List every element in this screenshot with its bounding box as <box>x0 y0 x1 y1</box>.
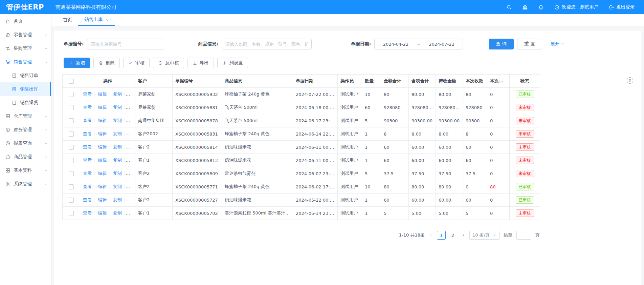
date-range-picker[interactable]: 2024-04-22 ~ 2024-07-22 <box>374 39 463 49</box>
page-size-select[interactable]: 10 条/页 <box>469 231 499 240</box>
view-link[interactable]: 查看 <box>83 118 92 123</box>
page-number-1[interactable]: 1 <box>437 231 446 240</box>
sidebar-item-sales-return[interactable]: 销售退货 <box>0 96 51 109</box>
tax-total-cell: 80.00 <box>409 180 436 194</box>
sidebar-item-sales[interactable]: 销售管理 <box>0 55 51 69</box>
bell-icon[interactable] <box>538 4 544 10</box>
view-link[interactable]: 查看 <box>83 158 92 163</box>
logout-button[interactable]: 退出登录 <box>608 4 635 10</box>
row-checkbox[interactable] <box>69 158 74 163</box>
copy-link[interactable]: 复制 <box>113 158 122 163</box>
view-link[interactable]: 查看 <box>83 91 92 97</box>
row-checkbox[interactable] <box>69 145 74 150</box>
add-button[interactable]: 新增 <box>64 58 90 68</box>
delete-button[interactable]: 删除 <box>93 58 120 68</box>
edit-link[interactable]: 编辑 <box>98 105 107 110</box>
sidebar-item-retail[interactable]: 零售管理 <box>0 28 51 42</box>
row-actions: 查看|编辑|复制|删除 <box>80 127 135 141</box>
column-settings-button[interactable]: 列设置 <box>217 58 248 68</box>
receivable-cell: 60.00 <box>436 194 463 207</box>
amount-cell: 60 <box>381 194 409 207</box>
sidebar-item-system[interactable]: 系统管理 <box>0 177 51 191</box>
select-all-checkbox[interactable] <box>69 79 74 84</box>
view-link[interactable]: 查看 <box>83 171 92 176</box>
edit-link[interactable]: 编辑 <box>98 144 107 149</box>
copy-link[interactable]: 复制 <box>113 171 122 176</box>
copy-link[interactable]: 复制 <box>113 105 122 110</box>
close-icon[interactable] <box>105 18 109 22</box>
sidebar-item-purchase[interactable]: 采购管理 <box>0 42 51 55</box>
view-link[interactable]: 查看 <box>83 144 92 149</box>
view-link[interactable]: 查看 <box>83 210 92 216</box>
date-cell: 2024-06-14 22:24:51 <box>293 127 338 141</box>
copy-link[interactable]: 复制 <box>113 184 122 189</box>
sidebar-item-finance[interactable]: 财务管理 <box>0 123 51 137</box>
edit-link[interactable]: 编辑 <box>98 131 107 136</box>
view-link[interactable]: 查看 <box>83 105 92 110</box>
mall-icon[interactable] <box>522 4 528 10</box>
row-checkbox[interactable] <box>69 198 74 203</box>
owed-cell: 0 <box>487 101 510 114</box>
tab-home[interactable]: 首页 <box>57 14 78 26</box>
search-icon[interactable] <box>506 4 512 10</box>
expand-link[interactable]: 展开 <box>550 41 564 47</box>
doc-no-input[interactable] <box>87 39 164 49</box>
sidebar-item-sales-order[interactable]: 销售订单 <box>0 69 51 82</box>
view-link[interactable]: 查看 <box>83 197 92 202</box>
action-separator: | <box>124 210 126 216</box>
edit-link[interactable]: 编辑 <box>98 171 107 176</box>
product-info-input[interactable] <box>222 39 312 49</box>
help-icon[interactable]: ? <box>627 77 633 84</box>
copy-link[interactable]: 复制 <box>113 131 122 136</box>
select-all-cell <box>63 75 80 88</box>
action-separator: | <box>124 131 126 136</box>
next-page-icon[interactable] <box>461 233 465 237</box>
row-checkbox[interactable] <box>69 105 74 110</box>
audit-button[interactable]: 审核 <box>123 58 150 68</box>
prev-page-icon[interactable] <box>429 233 433 237</box>
edit-link[interactable]: 编辑 <box>98 118 107 123</box>
row-checkbox[interactable] <box>69 184 74 189</box>
status-badge: 未审核 <box>516 170 534 177</box>
export-button[interactable]: 导出 <box>187 58 214 68</box>
row-checkbox[interactable] <box>69 171 74 176</box>
received-cell: 90300 <box>463 114 487 127</box>
copy-link[interactable]: 复制 <box>113 144 122 149</box>
edit-link[interactable]: 编辑 <box>98 158 107 163</box>
copy-link[interactable]: 复制 <box>113 210 122 216</box>
copy-link[interactable]: 复制 <box>113 197 122 202</box>
page-number-2[interactable]: 2 <box>448 231 457 240</box>
copy-link[interactable]: 复制 <box>113 91 122 97</box>
date-from[interactable]: 2024-04-22 <box>383 42 409 47</box>
unaudit-button[interactable]: 反审核 <box>153 58 184 68</box>
action-separator: | <box>109 184 110 189</box>
receivable-cell: 5.00 <box>436 207 463 220</box>
qty-cell: 1 <box>362 141 381 154</box>
search-button[interactable]: 查询 <box>489 39 514 49</box>
date-to[interactable]: 2024-07-22 <box>429 42 454 47</box>
sidebar-item-report[interactable]: 报表查询 <box>0 137 51 150</box>
row-checkbox[interactable] <box>69 118 74 123</box>
sidebar-item-warehouse[interactable]: 仓库管理 <box>0 109 51 123</box>
jump-page-input[interactable] <box>516 231 531 240</box>
copy-link[interactable]: 复制 <box>113 118 122 123</box>
edit-link[interactable]: 编辑 <box>98 184 107 189</box>
tab-sales-outbound[interactable]: 销售出库 <box>78 14 115 26</box>
tax-total-cell: 5.00 <box>409 207 436 220</box>
edit-link[interactable]: 编辑 <box>98 210 107 216</box>
view-link[interactable]: 查看 <box>83 131 92 136</box>
reset-button[interactable]: 重置 <box>517 39 542 49</box>
sidebar-item-sales-outbound[interactable]: 销售出库 <box>0 82 51 96</box>
product-cell: 蜂蜜柚子茶 240g 黄色 <box>222 88 293 101</box>
sidebar-item-home[interactable]: 首页 <box>0 15 51 28</box>
sidebar-item-product[interactable]: 商品管理 <box>0 150 51 164</box>
welcome-user[interactable]: 欢迎您，测试用户 <box>554 4 598 10</box>
row-checkbox[interactable] <box>69 92 74 97</box>
row-checkbox[interactable] <box>69 211 74 216</box>
edit-link[interactable]: 编辑 <box>98 91 107 97</box>
row-checkbox[interactable] <box>69 131 74 137</box>
sidebar-item-basic[interactable]: 基本资料 <box>0 164 51 177</box>
edit-link[interactable]: 编辑 <box>98 197 107 202</box>
action-separator: | <box>109 144 110 149</box>
view-link[interactable]: 查看 <box>83 184 92 189</box>
